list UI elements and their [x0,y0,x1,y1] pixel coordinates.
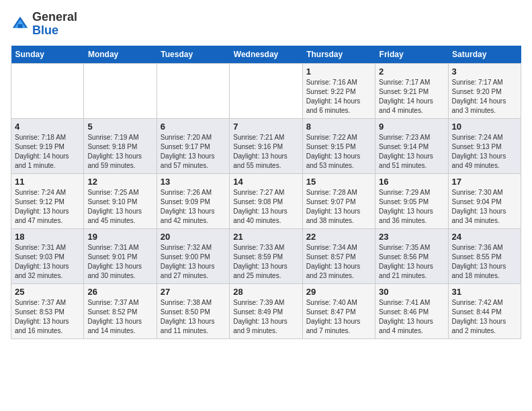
day-info: Sunrise: 7:17 AM Sunset: 9:21 PM Dayligh… [379,78,444,116]
day-info: Sunrise: 7:16 AM Sunset: 9:22 PM Dayligh… [306,78,371,116]
calendar-cell: 28Sunrise: 7:39 AM Sunset: 8:49 PM Dayli… [230,283,302,338]
day-number: 17 [452,177,517,187]
day-info: Sunrise: 7:25 AM Sunset: 9:10 PM Dayligh… [87,188,152,226]
day-info: Sunrise: 7:24 AM Sunset: 9:13 PM Dayligh… [452,133,517,171]
day-number: 31 [452,287,517,297]
weekday-header-sunday: Sunday [11,46,84,64]
day-info: Sunrise: 7:17 AM Sunset: 9:20 PM Dayligh… [452,78,517,116]
calendar-cell: 31Sunrise: 7:42 AM Sunset: 8:44 PM Dayli… [448,283,521,338]
day-number: 27 [161,287,226,297]
day-info: Sunrise: 7:19 AM Sunset: 9:18 PM Dayligh… [87,133,152,171]
day-info: Sunrise: 7:42 AM Sunset: 8:44 PM Dayligh… [452,298,517,336]
day-number: 25 [15,287,80,297]
calendar-cell: 3Sunrise: 7:17 AM Sunset: 9:20 PM Daylig… [448,63,521,118]
day-number: 7 [233,122,298,132]
day-number: 19 [87,232,152,242]
calendar-cell: 19Sunrise: 7:31 AM Sunset: 9:01 PM Dayli… [84,228,157,283]
day-info: Sunrise: 7:24 AM Sunset: 9:12 PM Dayligh… [15,188,80,226]
day-info: Sunrise: 7:21 AM Sunset: 9:16 PM Dayligh… [233,133,298,171]
day-info: Sunrise: 7:38 AM Sunset: 8:50 PM Dayligh… [161,298,226,336]
day-info: Sunrise: 7:34 AM Sunset: 8:57 PM Dayligh… [306,243,371,281]
day-number: 21 [233,232,298,242]
day-info: Sunrise: 7:37 AM Sunset: 8:52 PM Dayligh… [87,298,152,336]
day-info: Sunrise: 7:18 AM Sunset: 9:19 PM Dayligh… [15,133,80,171]
day-number: 12 [87,177,152,187]
day-number: 5 [87,122,152,132]
day-number: 26 [87,287,152,297]
calendar-cell: 8Sunrise: 7:22 AM Sunset: 9:15 PM Daylig… [302,118,375,173]
calendar-cell: 26Sunrise: 7:37 AM Sunset: 8:52 PM Dayli… [84,283,157,338]
day-number: 14 [233,177,298,187]
calendar-cell: 22Sunrise: 7:34 AM Sunset: 8:57 PM Dayli… [302,228,375,283]
calendar-cell: 15Sunrise: 7:28 AM Sunset: 9:07 PM Dayli… [302,173,375,228]
calendar-cell: 1Sunrise: 7:16 AM Sunset: 9:22 PM Daylig… [302,63,375,118]
day-info: Sunrise: 7:33 AM Sunset: 8:59 PM Dayligh… [233,243,298,281]
logo-icon [11,15,30,34]
calendar-table: SundayMondayTuesdayWednesdayThursdayFrid… [11,46,521,339]
calendar-cell [84,63,157,118]
calendar-cell: 30Sunrise: 7:41 AM Sunset: 8:46 PM Dayli… [375,283,448,338]
calendar-cell: 29Sunrise: 7:40 AM Sunset: 8:47 PM Dayli… [302,283,375,338]
day-number: 16 [379,177,444,187]
day-number: 30 [379,287,444,297]
day-info: Sunrise: 7:30 AM Sunset: 9:04 PM Dayligh… [452,188,517,226]
calendar-cell: 24Sunrise: 7:36 AM Sunset: 8:55 PM Dayli… [448,228,521,283]
day-number: 13 [161,177,226,187]
day-info: Sunrise: 7:28 AM Sunset: 9:07 PM Dayligh… [306,188,371,226]
calendar-cell: 9Sunrise: 7:23 AM Sunset: 9:14 PM Daylig… [375,118,448,173]
svg-rect-2 [18,24,23,28]
day-number: 23 [379,232,444,242]
day-info: Sunrise: 7:26 AM Sunset: 9:09 PM Dayligh… [161,188,226,226]
calendar-cell: 27Sunrise: 7:38 AM Sunset: 8:50 PM Dayli… [157,283,229,338]
day-number: 20 [161,232,226,242]
day-number: 8 [306,122,371,132]
day-info: Sunrise: 7:40 AM Sunset: 8:47 PM Dayligh… [306,298,371,336]
calendar-cell: 25Sunrise: 7:37 AM Sunset: 8:53 PM Dayli… [11,283,84,338]
calendar-cell [157,63,229,118]
logo: General Blue [11,11,77,38]
day-number: 3 [452,66,517,77]
day-info: Sunrise: 7:41 AM Sunset: 8:46 PM Dayligh… [379,298,444,336]
calendar-cell: 20Sunrise: 7:32 AM Sunset: 9:00 PM Dayli… [157,228,229,283]
day-info: Sunrise: 7:29 AM Sunset: 9:05 PM Dayligh… [379,188,444,226]
day-number: 1 [306,66,371,77]
day-info: Sunrise: 7:39 AM Sunset: 8:49 PM Dayligh… [233,298,298,336]
day-info: Sunrise: 7:32 AM Sunset: 9:00 PM Dayligh… [161,243,226,281]
day-info: Sunrise: 7:20 AM Sunset: 9:17 PM Dayligh… [161,133,226,171]
day-number: 11 [15,177,80,187]
day-info: Sunrise: 7:31 AM Sunset: 9:03 PM Dayligh… [15,243,80,281]
day-info: Sunrise: 7:23 AM Sunset: 9:14 PM Dayligh… [379,133,444,171]
weekday-header-saturday: Saturday [448,46,521,64]
day-number: 29 [306,287,371,297]
day-info: Sunrise: 7:36 AM Sunset: 8:55 PM Dayligh… [452,243,517,281]
calendar-cell: 21Sunrise: 7:33 AM Sunset: 8:59 PM Dayli… [230,228,302,283]
day-number: 15 [306,177,371,187]
calendar-cell: 2Sunrise: 7:17 AM Sunset: 9:21 PM Daylig… [375,63,448,118]
day-info: Sunrise: 7:31 AM Sunset: 9:01 PM Dayligh… [87,243,152,281]
weekday-header-thursday: Thursday [302,46,375,64]
calendar-cell: 7Sunrise: 7:21 AM Sunset: 9:16 PM Daylig… [230,118,302,173]
page-header: General Blue [11,11,521,38]
calendar-cell: 18Sunrise: 7:31 AM Sunset: 9:03 PM Dayli… [11,228,84,283]
calendar-cell [11,63,84,118]
calendar-cell: 14Sunrise: 7:27 AM Sunset: 9:08 PM Dayli… [230,173,302,228]
day-number: 2 [379,66,444,77]
calendar-cell: 11Sunrise: 7:24 AM Sunset: 9:12 PM Dayli… [11,173,84,228]
calendar-cell: 6Sunrise: 7:20 AM Sunset: 9:17 PM Daylig… [157,118,229,173]
day-number: 6 [161,122,226,132]
calendar-cell: 13Sunrise: 7:26 AM Sunset: 9:09 PM Dayli… [157,173,229,228]
calendar-cell: 23Sunrise: 7:35 AM Sunset: 8:56 PM Dayli… [375,228,448,283]
calendar-cell: 10Sunrise: 7:24 AM Sunset: 9:13 PM Dayli… [448,118,521,173]
day-number: 4 [15,122,80,132]
weekday-header-wednesday: Wednesday [230,46,302,64]
calendar-cell [230,63,302,118]
weekday-header-friday: Friday [375,46,448,64]
day-number: 28 [233,287,298,297]
day-number: 9 [379,122,444,132]
weekday-header-monday: Monday [84,46,157,64]
day-info: Sunrise: 7:22 AM Sunset: 9:15 PM Dayligh… [306,133,371,171]
day-info: Sunrise: 7:35 AM Sunset: 8:56 PM Dayligh… [379,243,444,281]
calendar-cell: 17Sunrise: 7:30 AM Sunset: 9:04 PM Dayli… [448,173,521,228]
logo-text: General Blue [32,11,77,38]
day-number: 22 [306,232,371,242]
